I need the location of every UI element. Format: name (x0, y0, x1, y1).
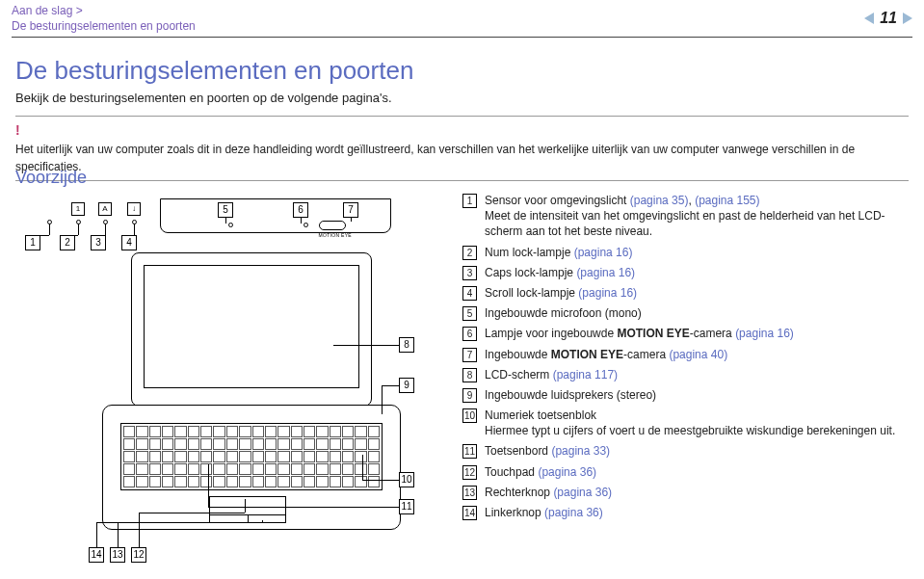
page-title: De besturingselementen en poorten (15, 56, 413, 86)
leader-line (382, 385, 383, 414)
page-subtitle: Bekijk de besturingselementen en poorten… (15, 91, 392, 105)
legend-num: 14 (462, 506, 477, 520)
legend-link[interactable]: (pagina 36) (538, 465, 596, 479)
nav-next-icon[interactable] (903, 13, 912, 24)
header: Aan de slag > De besturingselementen en … (0, 0, 924, 37)
breadcrumb-line1: Aan de slag > (12, 4, 83, 17)
legend-item: 8LCD-scherm (pagina 117) (462, 367, 912, 382)
legend-label: Sensor voor omgevingslicht (485, 194, 630, 207)
legend-num: 10 (462, 408, 477, 423)
legend-item: 13Rechterknop (pagina 36) (462, 485, 912, 500)
leader-line (208, 464, 209, 507)
leader-line (33, 235, 49, 236)
laptop-screen (144, 265, 359, 388)
leader-line (105, 224, 106, 235)
camera-icon (319, 221, 346, 230)
leader-line (225, 218, 226, 224)
legend-num: 2 (462, 246, 477, 260)
legend-link[interactable]: (pagina 16) (735, 327, 794, 340)
legend-label: Lampje voor ingebouwde (485, 327, 617, 340)
leader-line (134, 224, 135, 235)
key-indicator-scroll: ↓ (127, 202, 141, 216)
legend-text: Caps lock-lampje (pagina 16) (485, 265, 635, 280)
breadcrumb-line2: De besturingselementen en poorten (12, 19, 196, 33)
callout-9: 9 (399, 378, 414, 393)
legend-label: Rechterknop (485, 486, 553, 499)
notice-text: Het uiterlijk van uw computer zoals dit … (15, 143, 855, 173)
callout-7: 7 (343, 202, 358, 218)
callout-8: 8 (399, 337, 414, 353)
callout-1: 1 (25, 235, 40, 250)
page-number: 11 (880, 10, 897, 27)
leader-line (301, 218, 302, 224)
legend-num: 7 (462, 348, 477, 362)
legend-link[interactable]: (pagina 36) (544, 506, 603, 519)
legend-num: 4 (462, 286, 477, 301)
notice-box: ! Het uiterlijk van uw computer zoals di… (15, 116, 909, 181)
callout-11: 11 (399, 499, 414, 514)
legend-text: Scroll lock-lampje (pagina 16) (485, 285, 637, 301)
section-heading: Voorzijde (15, 168, 87, 188)
legend-label: Num lock-lampje (485, 246, 574, 259)
legend-item: 10Numeriek toetsenblokHiermee typt u cij… (462, 408, 912, 438)
leader-line (262, 520, 263, 522)
leader-line (208, 507, 399, 508)
legend-num: 9 (462, 388, 477, 403)
leader-line (333, 345, 399, 346)
legend-num: 3 (462, 266, 477, 280)
legend-item: 9Ingebouwde luidsprekers (stereo) (462, 387, 912, 403)
laptop-diagram: 1 A ↓ 1 2 3 4 MOTION EYE 5 6 7 (15, 195, 439, 570)
legend-link[interactable]: (pagina 36) (553, 486, 612, 499)
legend-item: 4Scroll lock-lampje (pagina 16) (462, 285, 912, 301)
legend-link[interactable]: (pagina 117) (553, 368, 618, 382)
legend-item: 2Num lock-lampje (pagina 16) (462, 245, 912, 260)
legend-link[interactable]: (pagina 35) (630, 194, 689, 207)
notice-mark-icon: ! (15, 122, 909, 138)
legend-num: 5 (462, 306, 477, 321)
legend-text: Rechterknop (pagina 36) (485, 485, 612, 500)
legend-text: Lampje voor ingebouwde MOTION EYE-camera… (485, 326, 794, 341)
legend-link[interactable]: (pagina 16) (574, 246, 633, 259)
leader-line (362, 455, 363, 480)
legend-item: 3Caps lock-lampje (pagina 16) (462, 265, 912, 280)
legend-link2[interactable]: (pagina 155) (695, 194, 759, 207)
legend-link[interactable]: (pagina 16) (578, 286, 637, 300)
legend-list: 1Sensor voor omgevingslicht (pagina 35),… (462, 193, 912, 525)
callout-5: 5 (218, 202, 233, 218)
legend-item: 5Ingebouwde microfoon (mono) (462, 305, 912, 321)
legend-link[interactable]: (pagina 33) (551, 444, 610, 458)
legend-link[interactable]: (pagina 16) (576, 266, 635, 279)
legend-text: Linkerknop (pagina 36) (485, 505, 603, 520)
nav-prev-icon[interactable] (864, 13, 874, 24)
callout-3: 3 (91, 235, 106, 250)
key-indicator-num: 1 (71, 202, 85, 216)
legend-label: Linkerknop (485, 506, 544, 519)
callout-14: 14 (89, 547, 104, 563)
legend-label: Ingebouwde (485, 348, 551, 361)
camera-label: MOTION EYE (319, 232, 352, 238)
legend-num: 13 (462, 486, 477, 500)
legend-label: LCD-scherm (485, 368, 553, 382)
legend-link[interactable]: (pagina 40) (669, 348, 727, 361)
callout-13: 13 (110, 547, 125, 563)
leader-line (49, 224, 50, 235)
leader-line (96, 522, 97, 547)
legend-item: 6Lampje voor ingebouwde MOTION EYE-camer… (462, 326, 912, 341)
leader-line (139, 513, 140, 547)
keyboard-illustration (120, 423, 383, 490)
legend-num: 11 (462, 444, 477, 459)
legend-sub: Hiermee typt u cijfers of voert u de mee… (485, 423, 895, 438)
legend-text: Numeriek toetsenblokHiermee typt u cijfe… (485, 408, 895, 438)
leader-line (139, 513, 245, 513)
legend-item: 7Ingebouwde MOTION EYE-camera (pagina 40… (462, 347, 912, 362)
legend-label: Ingebouwde luidsprekers (stereo) (485, 388, 656, 402)
page-indicator: 11 (864, 10, 912, 27)
legend-item: 1Sensor voor omgevingslicht (pagina 35),… (462, 193, 912, 240)
leader-line (98, 235, 105, 236)
legend-label2: -camera (690, 327, 735, 340)
legend-sub: Meet de intensiteit van het omgevingslic… (485, 208, 912, 239)
legend-bold: MOTION EYE (617, 327, 689, 340)
laptop-lid (131, 252, 372, 407)
leader-line (362, 480, 399, 481)
legend-text: Touchpad (pagina 36) (485, 464, 596, 480)
